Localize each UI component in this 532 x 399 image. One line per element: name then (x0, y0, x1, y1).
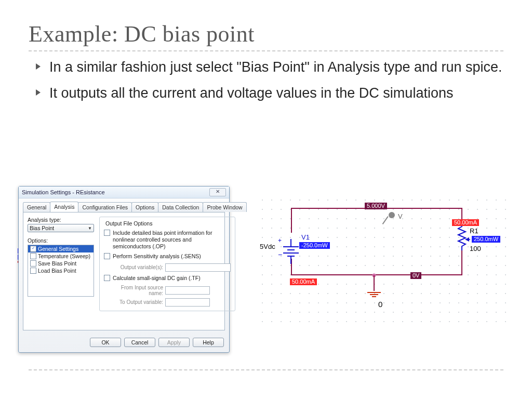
ground-label: 0 (378, 300, 382, 308)
tab-configuration-files[interactable]: Configuration Files (78, 202, 132, 212)
dialog-buttons: OK Cancel Apply Help (19, 335, 229, 352)
checkbox-icon[interactable] (30, 260, 36, 267)
minus-icon: − (278, 250, 282, 259)
voltage-probe (389, 212, 395, 218)
plus-icon: + (278, 237, 282, 244)
analysis-type-label: Analysis type: (28, 217, 94, 223)
options-item-general-settings[interactable]: General Settings (28, 245, 94, 252)
option-tf-label: Calculate small-signal DC gain (.TF) (113, 275, 231, 282)
sens-output-label: Output variable(s): (112, 264, 163, 270)
divider-bottom (29, 369, 503, 370)
checkbox-icon[interactable] (104, 275, 110, 281)
ok-button[interactable]: OK (90, 338, 121, 347)
resistor-name: R1 (470, 228, 478, 234)
output-file-options-group: Output File Options Include detailed bia… (99, 217, 235, 311)
divider-top (29, 50, 503, 51)
tab-probe-window[interactable]: Probe Window (203, 202, 246, 212)
wire (461, 249, 462, 275)
voltage-source: + − (283, 239, 299, 264)
options-item-temperature[interactable]: Temperature (Sweep) (28, 252, 94, 260)
tab-analysis[interactable]: Analysis (50, 202, 78, 212)
tf-from-label: From Input source name: (112, 285, 163, 296)
apply-button[interactable]: Apply (158, 338, 190, 347)
option-sens[interactable]: Perform Sensitivity analysis (.SENS) (104, 253, 231, 260)
tab-data-collection[interactable]: Data Collection (158, 202, 203, 212)
tab-body: Analysis type: Bias Point ▼ Options: Gen… (23, 212, 225, 330)
sens-output-input[interactable] (165, 263, 231, 272)
close-button[interactable]: ✕ (209, 188, 226, 196)
checkbox-icon[interactable] (30, 268, 36, 274)
svg-marker-1 (465, 237, 469, 242)
checkbox-icon[interactable] (104, 253, 110, 259)
option-sens-label: Perform Sensitivity analysis (.SENS) (113, 253, 231, 260)
tf-to-label: To Output variable: (112, 299, 163, 305)
options-item-label: Load Bias Point (38, 268, 76, 274)
bullet-item: It outputs all the current and voltage v… (36, 84, 503, 102)
marker-current-bottom: 50.00mA (290, 278, 317, 285)
tf-from-input[interactable] (165, 286, 210, 295)
resistor-value: 100 (470, 245, 481, 252)
dialog-titlebar[interactable]: Simulation Settings - REsistance ✕ (19, 187, 229, 198)
cancel-button[interactable]: Cancel (124, 338, 155, 347)
checkbox-icon[interactable] (30, 246, 36, 252)
probe-label: V (398, 213, 403, 220)
bullet-item: In a similar fashion just select "Bias P… (36, 58, 503, 76)
analysis-type-combo[interactable]: Bias Point ▼ (28, 224, 94, 232)
dialog-tabs: General Analysis Configuration Files Opt… (19, 198, 229, 212)
options-item-label: Temperature (Sweep) (38, 253, 90, 259)
options-listbox[interactable]: General Settings Temperature (Sweep) Sav… (28, 245, 94, 297)
options-item-save-bias[interactable]: Save Bias Point (28, 260, 94, 267)
checkbox-icon[interactable] (104, 230, 110, 236)
options-item-load-bias[interactable]: Load Bias Point (28, 267, 94, 274)
analysis-type-value: Bias Point (30, 225, 54, 231)
marker-current-top: 50.00mA (452, 219, 479, 226)
option-op-label: Include detailed bias point information … (113, 230, 231, 250)
group-title: Output File Options (104, 220, 154, 227)
wire (291, 208, 292, 233)
options-item-label: Save Bias Point (38, 260, 76, 267)
bullet-list: In a similar fashion just select "Bias P… (36, 58, 503, 103)
page-title: Example: DC bias point (29, 21, 503, 47)
help-button[interactable]: Help (193, 338, 224, 347)
marker-node-voltage-bottom: 0V (410, 272, 421, 279)
option-tf[interactable]: Calculate small-signal DC gain (.TF) (104, 275, 231, 282)
checkbox-icon[interactable] (30, 253, 36, 259)
dialog-title: Simulation Settings - REsistance (22, 189, 105, 195)
source-name: V1 (301, 234, 310, 241)
options-label: Options: (28, 237, 94, 244)
marker-node-voltage-top: 5.000V (365, 203, 387, 209)
chevron-down-icon: ▼ (88, 226, 92, 231)
tab-general[interactable]: General (23, 202, 50, 212)
tf-to-input[interactable] (165, 298, 210, 307)
circuit-diagram: + − 5Vdc V1 R1 100 0 V 5.000V (255, 192, 514, 327)
options-item-label: General Settings (38, 246, 78, 252)
source-value: 5Vdc (260, 243, 275, 250)
tab-options[interactable]: Options (131, 202, 158, 212)
simulation-settings-dialog: Simulation Settings - REsistance ✕ Gener… (18, 186, 230, 353)
option-op[interactable]: Include detailed bias point information … (104, 230, 231, 250)
marker-power-source: -250.0mW (299, 242, 330, 249)
marker-power-resistor: 250.0mW (472, 236, 500, 243)
ground (367, 275, 381, 297)
